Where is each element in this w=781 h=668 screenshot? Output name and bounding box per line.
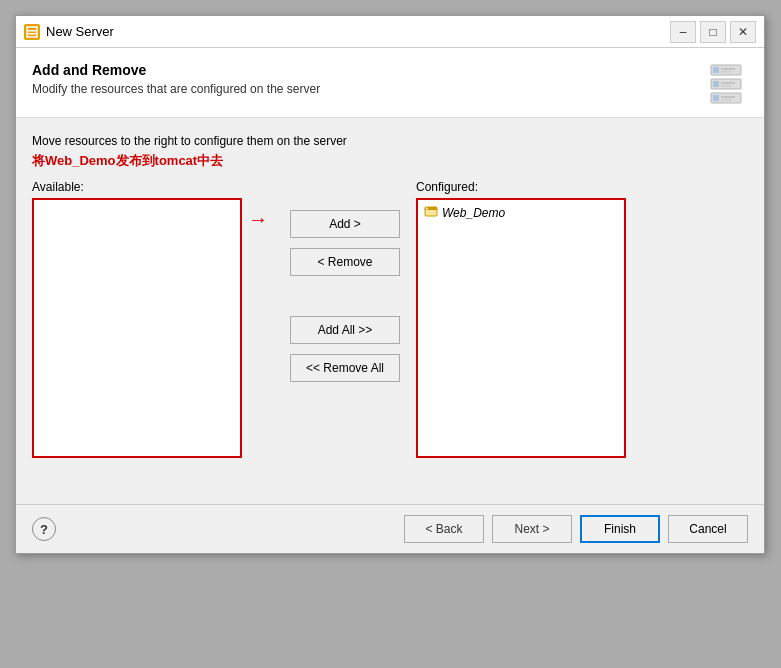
cancel-button[interactable]: Cancel [668,515,748,543]
remove-all-button[interactable]: << Remove All [290,354,400,382]
finish-button[interactable]: Finish [580,515,660,543]
server-icon [708,62,748,107]
svg-rect-10 [721,85,731,87]
footer-left: ? [32,517,56,541]
window-title: New Server [46,24,670,39]
arrow-hint: → [248,180,268,231]
svg-rect-1 [28,30,36,32]
svg-rect-8 [713,81,719,87]
content-area: Move resources to the right to configure… [16,118,764,474]
svg-point-17 [426,208,428,210]
middle-buttons: Add > < Remove Add All >> << Remove All [274,180,416,382]
svg-rect-6 [721,71,731,73]
configured-panel: Configured: Web_Demo [416,180,626,458]
instruction-text: Move resources to the right to configure… [32,134,748,148]
help-button[interactable]: ? [32,517,56,541]
configured-label: Configured: [416,180,626,194]
back-button[interactable]: < Back [404,515,484,543]
svg-rect-14 [721,99,731,101]
dialog-window: New Server – □ ✕ Add and Remove Modify t… [15,15,765,554]
resources-layout: Available: → Add > < Remove Add All >> <… [32,180,748,458]
svg-rect-9 [721,82,735,84]
annotation-text: 将Web_Demo发布到tomcat中去 [32,152,748,170]
available-label: Available: [32,180,242,194]
title-bar: New Server – □ ✕ [16,16,764,48]
header-subtitle: Modify the resources that are configured… [32,82,320,96]
svg-rect-2 [28,33,36,35]
svg-rect-13 [721,96,735,98]
available-panel: Available: [32,180,242,458]
footer: ? < Back Next > Finish Cancel [16,504,764,553]
header-text: Add and Remove Modify the resources that… [32,62,320,96]
svg-rect-0 [27,27,37,37]
window-controls: – □ ✕ [670,21,756,43]
footer-right: < Back Next > Finish Cancel [404,515,748,543]
add-all-button[interactable]: Add All >> [290,316,400,344]
web-project-icon [424,204,438,221]
configured-list[interactable]: Web_Demo [416,198,626,458]
remove-button[interactable]: < Remove [290,248,400,276]
next-button[interactable]: Next > [492,515,572,543]
list-item[interactable]: Web_Demo [420,202,622,223]
header-section: Add and Remove Modify the resources that… [16,48,764,118]
svg-rect-4 [713,67,719,73]
window-icon [24,24,40,40]
available-list[interactable] [32,198,242,458]
web-demo-label: Web_Demo [442,206,505,220]
header-title: Add and Remove [32,62,320,78]
resources-layout-wrapper: Available: → Add > < Remove Add All >> <… [32,180,748,458]
maximize-button[interactable]: □ [700,21,726,43]
close-button[interactable]: ✕ [730,21,756,43]
add-button[interactable]: Add > [290,210,400,238]
svg-rect-12 [713,95,719,101]
svg-rect-5 [721,68,735,70]
minimize-button[interactable]: – [670,21,696,43]
